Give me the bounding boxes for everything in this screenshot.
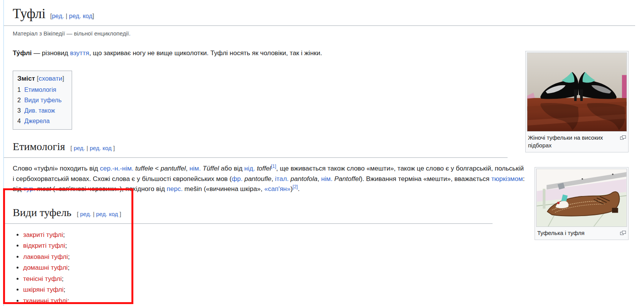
section-edit-links: [ ред. | ред. код ] — [77, 211, 121, 217]
wiki-link[interactable]: ред. — [80, 211, 91, 217]
toc-item-number: 3 — [17, 107, 21, 114]
site-subtitle: Матеріал з Вікіпедії — вільної енциклопе… — [13, 30, 641, 37]
article-content: Туфлі[ред. | ред. код] Матеріал з Вікіпе… — [4, 0, 641, 306]
toc-link-see-also[interactable]: Див. також — [24, 107, 55, 114]
shoe-types-list: закриті туфлі; відкриті туфлі; лаковані … — [13, 230, 641, 306]
wiki-link[interactable]: тюркізмом — [491, 175, 523, 183]
thumbnail-caption: Туфелька і туфля — [536, 227, 627, 238]
red-link[interactable]: домашні туфлі — [23, 264, 68, 271]
red-link[interactable]: тенісні туфлі — [23, 275, 62, 282]
toc-link-types[interactable]: Види туфель — [24, 97, 62, 103]
toc-item-number: 2 — [17, 97, 21, 103]
enlarge-icon[interactable] — [620, 231, 626, 235]
toc-item: 4Джерела — [17, 118, 64, 124]
wiki-link[interactable]: «сап'ян» — [264, 185, 291, 193]
thumbnail-shoes-pair: Туфелька і туфля — [535, 167, 629, 240]
heels-photo[interactable] — [527, 52, 627, 132]
wiki-link[interactable]: фр. — [232, 175, 242, 183]
red-link[interactable]: тканинні туфлі — [23, 297, 67, 304]
toc-item: 3Див. також — [17, 107, 64, 114]
wiki-link[interactable]: взуття — [70, 49, 89, 57]
caption-text: Туфелька і туфля — [537, 230, 585, 236]
wiki-link[interactable]: ред. — [52, 13, 64, 19]
section-heading-types: Види туфель[ ред. | ред. код ] — [4, 206, 493, 224]
wiki-link[interactable]: нім. — [321, 175, 333, 183]
toc-title-row: Зміст [сховати] — [17, 75, 64, 83]
reference-link[interactable]: [2] — [293, 184, 298, 189]
section-edit-links: [ ред. | ред. код ] — [71, 145, 115, 151]
wiki-link[interactable]: нім. — [189, 165, 201, 172]
red-link[interactable]: закриті туфлі — [23, 231, 63, 238]
toc-item-number: 4 — [17, 118, 21, 124]
wiki-link[interactable]: перс. — [167, 185, 183, 193]
table-of-contents: Зміст [сховати] 1Етимологія 2Види туфель… — [13, 71, 72, 130]
wiki-link[interactable]: сховати — [39, 75, 62, 82]
intro-paragraph: Ту́флі — різновид взуття, що закриває но… — [13, 48, 525, 58]
wiki-link[interactable]: ред. код — [96, 211, 118, 217]
wiki-link[interactable]: ред. код — [90, 145, 112, 151]
section-heading-etymology: Етимологія[ ред. | ред. код ] — [4, 140, 508, 158]
page-title: Туфлі[ред. | ред. код] — [4, 0, 635, 26]
toc-item: 2Види туфель — [17, 97, 64, 103]
wiki-link[interactable]: сер.-н.-нім. — [100, 165, 133, 172]
toc-toggle[interactable]: [сховати] — [37, 75, 64, 82]
enlarge-icon[interactable] — [620, 135, 626, 140]
toc-title: Зміст — [17, 75, 35, 82]
reference-sup: [2] — [293, 184, 298, 189]
toc-link-etymology[interactable]: Етимологія — [24, 86, 56, 93]
red-link[interactable]: лаковані туфлі — [23, 253, 68, 260]
title-edit-section: [ред. | ред. код] — [50, 13, 94, 19]
list-item: лаковані туфлі; — [23, 252, 641, 263]
wiki-link[interactable]: ред. код — [69, 13, 92, 19]
red-link[interactable]: відкриті туфлі — [23, 242, 65, 249]
reference-sup: [1] — [271, 164, 276, 169]
red-link[interactable]: шкіряні туфлі — [23, 286, 64, 293]
wiki-link[interactable]: нід. — [244, 165, 255, 172]
toc-item: 1Етимологія — [17, 86, 64, 93]
list-item: тенісні туфлі; — [23, 274, 641, 285]
caption-text: Жіночі туфельки на високих підборах — [528, 134, 603, 149]
toc-link-sources[interactable]: Джерела — [24, 118, 50, 124]
section-heading-text: Види туфель — [13, 206, 71, 218]
thumbnail-heels: Жіночі туфельки на високих підборах — [525, 51, 629, 152]
list-item: відкриті туфлі; — [23, 240, 641, 252]
wikipedia-article-page: { "colors": { "link_blue": "#3366cc", "r… — [0, 0, 644, 306]
list-item: шкіряні туфлі; — [23, 284, 641, 296]
thumbnail-caption: Жіночі туфельки на високих підборах — [527, 132, 627, 151]
list-item: тканинні туфлі; — [23, 296, 641, 306]
list-item: домашні туфлі; — [23, 262, 641, 274]
shoe-photo[interactable] — [536, 169, 627, 227]
toc-item-number: 1 — [17, 86, 21, 93]
wiki-link[interactable]: ред. — [74, 145, 85, 151]
page-title-text: Туфлі — [13, 6, 45, 21]
section-heading-text: Етимологія — [13, 140, 65, 152]
wiki-link[interactable]: тур. — [23, 185, 35, 193]
reference-link[interactable]: [1] — [271, 164, 276, 169]
etymology-paragraph: Слово «туфлі» походить від сер.-н.-нім. … — [13, 164, 525, 194]
wiki-link[interactable]: італ. — [275, 175, 289, 183]
